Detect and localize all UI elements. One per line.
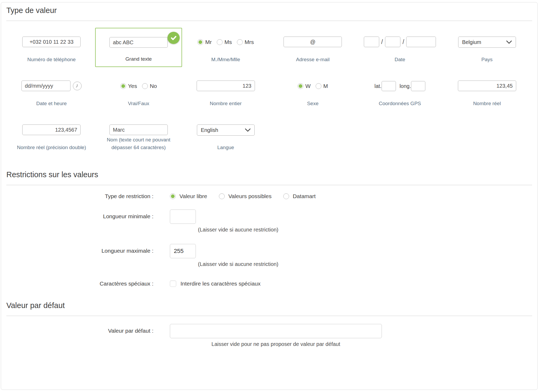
- radio-w[interactable]: W: [298, 83, 311, 89]
- radio-mr[interactable]: Mr: [197, 39, 212, 45]
- type-cell-name[interactable]: Nom (texte court ne pouvant dépasser 64 …: [95, 116, 182, 155]
- date-month-input[interactable]: [385, 37, 400, 47]
- radio-icon[interactable]: [237, 39, 243, 45]
- type-cell-real[interactable]: Nombre réel: [443, 72, 531, 111]
- radio-ms[interactable]: Ms: [217, 39, 232, 45]
- double-input[interactable]: [22, 124, 81, 135]
- radio-icon[interactable]: [283, 193, 289, 199]
- radio-icon[interactable]: [197, 39, 203, 45]
- sex-radio-group: W M: [298, 83, 328, 89]
- radio-icon[interactable]: [298, 83, 303, 89]
- type-cell-gps[interactable]: lat. long. Coordonnées GPS: [356, 72, 444, 111]
- civility-radio-group: Mr Ms Mrs: [197, 39, 254, 45]
- chevron-down-icon: [506, 40, 512, 44]
- radio-label: Valeur libre: [179, 193, 207, 199]
- date-inputs: / /: [364, 37, 436, 47]
- datetime-input[interactable]: [21, 81, 70, 91]
- type-cell-label: Vrai/Faux: [128, 100, 149, 108]
- special-chars-checkbox-label: Interdire les caractères spéciaux: [180, 280, 260, 287]
- long-input[interactable]: [411, 81, 425, 91]
- type-cell-language[interactable]: English Langue: [182, 116, 269, 155]
- type-cell-boolean[interactable]: Yes No Vrai/Faux: [95, 72, 182, 111]
- max-length-input[interactable]: [170, 244, 196, 258]
- country-select-value: Belgium: [462, 39, 481, 45]
- divider: [6, 316, 532, 316]
- radio-label: Mr: [205, 39, 212, 45]
- clock-icon[interactable]: [73, 82, 82, 90]
- lat-input[interactable]: [382, 81, 396, 91]
- special-chars-checkbox[interactable]: [170, 280, 176, 287]
- radio-label: No: [150, 83, 157, 89]
- radio-icon[interactable]: [142, 83, 148, 89]
- radio-valeur-libre[interactable]: Valeur libre: [170, 193, 207, 199]
- language-select[interactable]: English: [197, 124, 255, 136]
- date-day-input[interactable]: [364, 37, 379, 47]
- type-cell-label: Nombre réel (précision double): [17, 144, 86, 152]
- radio-icon[interactable]: [219, 193, 225, 199]
- type-cell-date[interactable]: / / Date: [356, 28, 444, 67]
- hint-text: (Laisser vide si aucune restriction): [198, 261, 532, 267]
- max-length-label: Longueur maximale :: [6, 244, 153, 267]
- integer-input[interactable]: [197, 81, 255, 91]
- radio-m[interactable]: M: [316, 83, 328, 89]
- real-input[interactable]: [458, 81, 516, 91]
- radio-yes[interactable]: Yes: [120, 83, 137, 89]
- type-cell-integer[interactable]: Nombre entier: [182, 72, 269, 111]
- radio-icon[interactable]: [316, 83, 321, 89]
- email-input[interactable]: [284, 37, 342, 47]
- country-select[interactable]: Belgium: [458, 37, 516, 48]
- language-select-value: English: [201, 127, 218, 133]
- type-cell-sex[interactable]: W M Sexe: [269, 72, 356, 111]
- radio-label: Mrs: [245, 39, 254, 45]
- type-cell-label: Adresse e-mail: [296, 56, 330, 64]
- section-title-restrictions: Restrictions sur les valeurs: [6, 170, 532, 179]
- type-cell-label: Numéro de téléphone: [27, 56, 76, 64]
- section-title-type-de-valeur: Type de valeur: [6, 6, 532, 15]
- type-cell-label: Nombre entier: [210, 100, 241, 108]
- type-cell-datetime[interactable]: Date et heure: [8, 72, 95, 111]
- type-cell-label: Date et heure: [36, 100, 67, 108]
- empty-cell: [443, 116, 531, 155]
- type-cell-label: Grand texte: [125, 55, 152, 63]
- date-separator: /: [381, 38, 383, 46]
- restriction-type-radio-group: Valeur libre Valeurs possibles Datamart: [170, 193, 532, 199]
- radio-label: W: [305, 83, 311, 89]
- section-title-default: Valeur par défaut: [6, 301, 532, 310]
- type-cell-email[interactable]: Adresse e-mail: [269, 28, 356, 67]
- type-cell-civility[interactable]: Mr Ms Mrs M./Mme/Mlle: [182, 28, 269, 67]
- min-length-input[interactable]: [170, 210, 196, 224]
- date-separator: /: [403, 38, 404, 46]
- special-chars-label: Caractères spéciaux :: [6, 280, 153, 287]
- type-cell-grand-texte[interactable]: Grand texte: [95, 28, 182, 67]
- type-cell-label: Nom (texte court ne pouvant dépasser 64 …: [96, 136, 181, 151]
- hint-text: (Laisser vide si aucune restriction): [198, 227, 532, 233]
- phone-input[interactable]: [22, 37, 81, 47]
- type-cell-phone[interactable]: Numéro de téléphone: [8, 28, 95, 67]
- datetime-inputs: [21, 81, 82, 91]
- empty-cell: [269, 116, 356, 155]
- type-cell-country[interactable]: Belgium Pays: [443, 28, 531, 67]
- radio-valeurs-possibles[interactable]: Valeurs possibles: [219, 193, 272, 199]
- radio-label: Ms: [224, 39, 232, 45]
- min-length-label: Longueur minimale :: [6, 210, 153, 233]
- radio-label: Valeurs possibles: [228, 193, 272, 199]
- type-cell-label: M./Mme/Mlle: [211, 56, 240, 64]
- radio-icon[interactable]: [120, 83, 126, 89]
- boolean-radio-group: Yes No: [120, 83, 157, 89]
- radio-label: M: [323, 83, 328, 89]
- default-value-input[interactable]: [170, 324, 382, 338]
- empty-cell: [356, 116, 444, 155]
- type-cell-double[interactable]: Nombre réel (précision double): [8, 116, 95, 155]
- bigtext-input[interactable]: [109, 37, 168, 48]
- date-year-input[interactable]: [406, 37, 436, 47]
- radio-icon[interactable]: [170, 193, 176, 199]
- radio-label: Yes: [128, 83, 137, 89]
- divider: [6, 185, 532, 185]
- name-input[interactable]: [109, 124, 168, 135]
- radio-no[interactable]: No: [142, 83, 157, 89]
- radio-mrs[interactable]: Mrs: [237, 39, 254, 45]
- radio-icon[interactable]: [217, 39, 223, 45]
- radio-datamart[interactable]: Datamart: [283, 193, 316, 199]
- divider: [6, 21, 532, 21]
- type-cell-label: Nombre réel: [473, 100, 501, 108]
